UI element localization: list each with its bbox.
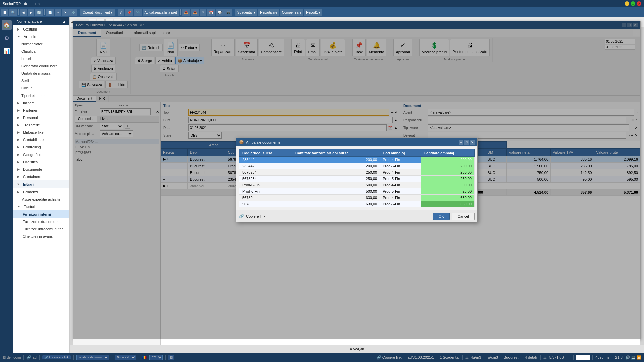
sidebar-item-gestiuni[interactable]: ▶ Gestiuni xyxy=(13,25,69,33)
acceseaza-link-btn[interactable]: 🔗 Acceseaza link xyxy=(42,355,71,359)
modal-table-row[interactable]: 56789 630,00 Prod-4-Fin 630,00 xyxy=(239,194,475,201)
nav-reports-icon[interactable]: 📊 xyxy=(2,46,12,56)
sidebar-item-furnizori-interni[interactable]: Furnizori interni xyxy=(13,210,69,218)
sidebar-item-documente[interactable]: ▶ Documente xyxy=(13,166,69,173)
modal-title: 📦 Ambalaje documente xyxy=(239,140,280,144)
modal-cancel-btn[interactable]: Cancel xyxy=(452,213,475,220)
sidebar-item-contabilitate[interactable]: ▶ Contabilitate xyxy=(13,136,69,143)
operatii-btn[interactable]: Operatii document ▾ xyxy=(80,9,115,16)
sidebar-item-mijloace[interactable]: ▶ Mijloace fixe xyxy=(13,129,69,136)
sidebar-item-clasificari[interactable]: Clasificari xyxy=(13,48,69,55)
compensare-main-btn[interactable]: Compensare xyxy=(280,9,303,16)
modal-close-btn[interactable]: ✕ xyxy=(470,140,475,145)
sidebar-item-logistica[interactable]: ▶ Logistica xyxy=(13,158,69,166)
link-btn[interactable]: 🔗 xyxy=(69,9,77,16)
doc-btn[interactable]: 📄 xyxy=(46,9,54,16)
sidebar-item-facturi[interactable]: ▼ Facturi xyxy=(13,203,69,210)
sidebar-item-comenzi[interactable]: ▶ Comenzi xyxy=(13,188,69,196)
sidebar-item-containere[interactable]: ▶ Containere xyxy=(13,173,69,180)
status-page-input[interactable] xyxy=(576,355,590,360)
repartizare-main-btn[interactable]: Repartizare xyxy=(258,9,279,16)
sidebar-item-import[interactable]: ▶ Import xyxy=(13,99,69,107)
chat-btn[interactable]: 💬 xyxy=(216,9,224,16)
edit-btn[interactable]: ✏ xyxy=(55,9,61,16)
monitor-btn[interactable]: 🖥 xyxy=(168,355,174,360)
city-select[interactable]: Bucuresti xyxy=(115,355,136,360)
sidebar-item-furnizori-intra[interactable]: Furnizori intracomunutari xyxy=(13,225,69,233)
sidebar-collapse-icon[interactable]: ▲ xyxy=(62,19,66,23)
sidebar-item-tipuri-etichete[interactable]: Tipuri etichete xyxy=(13,92,69,99)
minimize-btn[interactable]: ─ xyxy=(625,1,629,6)
modal-table-row[interactable]: 56789 630,00 Prod-5-Fin 630,00 xyxy=(239,201,475,207)
modal-col-cant-ambalaj: Cantitate ambalaj xyxy=(421,149,475,156)
sidebar-item-geografice[interactable]: ▶ Geografice xyxy=(13,151,69,158)
nav-home-icon[interactable]: 🏠 xyxy=(2,20,12,30)
modal-table-row[interactable]: 5678234 250,00 Prod-4-Fin 250,00 xyxy=(239,169,475,175)
containere-label: Containere xyxy=(23,175,41,179)
sidebar-item-loturi[interactable]: Loturi xyxy=(13,55,69,62)
forward-btn[interactable]: ▶ xyxy=(28,9,34,16)
modal-table-row[interactable]: 235442 200,00 Prod-4-Fin 200,00 xyxy=(239,156,475,163)
status-details: 4 detalii xyxy=(525,355,538,359)
lang-select[interactable]: RO xyxy=(149,355,163,360)
export-btn[interactable]: 📤 xyxy=(182,9,190,16)
sidebar-item-serii[interactable]: Serii xyxy=(13,77,69,84)
modal-table-row[interactable]: Prod-6-Fin 500,00 Prod-4-Fin 500,00 xyxy=(239,182,475,188)
nav-settings-icon[interactable]: ⚙ xyxy=(2,33,12,43)
intrari-label: Intrari xyxy=(23,182,34,186)
back-btn[interactable]: ◀ xyxy=(20,9,27,16)
sidebar-intrari-header[interactable]: ▼ Intrari xyxy=(13,180,69,188)
sidebar-item-coduri[interactable]: Coduri xyxy=(13,84,69,92)
refresh-main-btn[interactable]: 🔄 xyxy=(35,9,43,16)
sidebar-item-nomenclator[interactable]: Nomenclator xyxy=(13,40,69,48)
copiere-link-label: Copiere link xyxy=(246,214,265,218)
pin-btn[interactable]: 📌 xyxy=(125,9,133,16)
sidebar-item-parteneri[interactable]: ▶ Parteneri xyxy=(13,107,69,114)
sidebar-item-personal[interactable]: ▶ Personal xyxy=(13,114,69,121)
sidebar-item-articole[interactable]: ▼ Articole xyxy=(13,33,69,40)
modal-cell-cod: 56789 xyxy=(239,201,292,207)
calendar-btn[interactable]: 📅 xyxy=(207,9,215,16)
arrow-geografice: ▶ xyxy=(17,153,20,156)
modal-cell-cant-amb: 200,00 xyxy=(421,163,475,169)
sidebar-item-cheltuieli[interactable]: Cheltuieli in avans xyxy=(13,233,69,240)
close-btn[interactable]: ✕ xyxy=(637,1,641,6)
sidebar-item-controlling[interactable]: ▶ Controlling xyxy=(13,143,69,151)
modal-ok-btn[interactable]: OK xyxy=(433,213,450,220)
gestiuni-label: Gestiuni xyxy=(23,27,37,31)
furnizori-intra-label: Furnizori intracomunutari xyxy=(23,227,64,231)
maximize-btn[interactable]: □ xyxy=(631,1,635,6)
modal-table-body: 235442 200,00 Prod-4-Fin 200,00 235442 2… xyxy=(239,156,475,207)
mail-btn[interactable]: ✉ xyxy=(200,9,206,16)
modal-table-row[interactable]: Prod-6-Fin 500,00 Prod-5-Fin 25,00 xyxy=(239,188,475,194)
sidebar-item-furnizori-extra[interactable]: Furnizori extracomunutari xyxy=(13,218,69,225)
transfer-btn[interactable]: ⇄ xyxy=(118,9,124,16)
modal-table-row[interactable]: 235442 200,00 Prod-5-Fin 200,00 xyxy=(239,163,475,169)
sidebar-item-trezorerie[interactable]: ▶ Trezorerie xyxy=(13,121,69,129)
data-sistem-select[interactable]: <data sistemului> xyxy=(76,355,109,360)
sep2 xyxy=(44,9,45,15)
sidebar-item-unitati[interactable]: Unitati de masura xyxy=(13,70,69,77)
modal-minimize-btn[interactable]: ─ xyxy=(459,140,463,145)
import-btn[interactable]: 📥 xyxy=(191,9,199,16)
ambalaje-modal: 📦 Ambalaje documente ─ □ ✕ Cod articol s… xyxy=(236,138,478,222)
menu-btn[interactable]: ☰ xyxy=(1,9,8,16)
attach-btn[interactable]: 📎 xyxy=(134,9,142,16)
modal-cell-cod: 5678234 xyxy=(239,169,292,175)
sidebar-item-generator[interactable]: Generator coduri bare xyxy=(13,62,69,70)
search-btn[interactable]: 🔍 xyxy=(9,9,17,16)
photo-btn[interactable]: 📷 xyxy=(224,9,232,16)
scadentar-main-btn[interactable]: Scadentar ▾ xyxy=(235,9,257,16)
report1-btn[interactable]: Report1 ▾ xyxy=(304,9,322,16)
mijloace-label: Mijloace fixe xyxy=(23,130,44,134)
modal-maximize-btn[interactable]: □ xyxy=(464,140,469,145)
sidebar-item-avize[interactable]: Avize expeditie achizitii xyxy=(13,196,69,203)
modal-table-row[interactable]: 5678234 250,00 Prod-5-Fin 250,00 xyxy=(239,175,475,182)
status-ad: 🔗 ad xyxy=(26,355,36,360)
ambalaje-table: Cod articol sursa Cantitate vanzare arti… xyxy=(239,149,475,207)
arrow-logistica: ▶ xyxy=(17,160,20,164)
modal-cell-cod: 56789 xyxy=(239,194,292,201)
lista-pret-btn[interactable]: Actualizeaza lista pret xyxy=(143,9,179,16)
status-scadenta: 1 Scadenta. xyxy=(440,355,460,359)
delete-btn[interactable]: ✖ xyxy=(62,9,69,16)
